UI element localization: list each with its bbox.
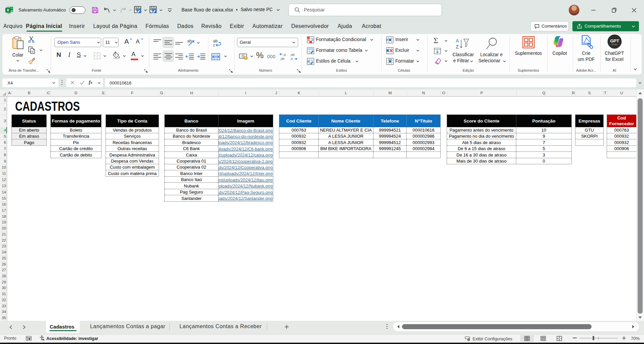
svg-text:c: c (213, 43, 215, 47)
svg-text:,00: ,00 (290, 53, 294, 57)
svg-text:,0: ,0 (283, 53, 286, 57)
svg-text:GPT: GPT (610, 38, 619, 43)
svg-text:Z: Z (456, 44, 459, 49)
svg-text:A: A (456, 38, 459, 43)
svg-text:,0: ,0 (290, 57, 293, 61)
svg-text:,00: ,00 (280, 57, 284, 61)
svg-text:X: X (7, 8, 9, 12)
svg-text:— EXCEL —: — EXCEL — (610, 43, 619, 45)
svg-text:ab: ab (187, 39, 192, 43)
